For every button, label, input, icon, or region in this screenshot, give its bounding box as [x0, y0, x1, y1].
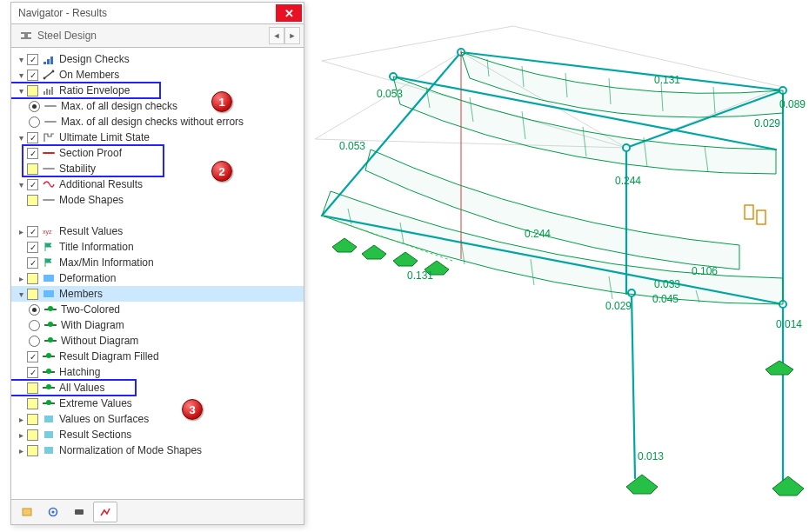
- tree-item-extreme-values[interactable]: ▸ Extreme Values: [11, 396, 304, 411]
- tree-item-maxmin[interactable]: ▸ ✓ Max/Min Information: [11, 255, 304, 270]
- checkbox[interactable]: ✓: [27, 54, 38, 65]
- tab-project-button[interactable]: [15, 502, 39, 522]
- flag-icon: [42, 241, 56, 253]
- tree-item-two-colored[interactable]: ▸ Two-Colored: [11, 302, 304, 317]
- tree-item-hatching[interactable]: ▸ ✓ Hatching: [11, 364, 304, 380]
- tree-item-uls[interactable]: ▾ ✓ Ultimate Limit State: [11, 130, 304, 145]
- tree-label: Result Values: [59, 225, 128, 237]
- svg-text:xyz: xyz: [43, 229, 52, 236]
- tree-item-title-info[interactable]: ▸ ✓ Title Information: [11, 239, 304, 255]
- section-icon: [42, 429, 56, 441]
- dropdown-label: Steel Design: [37, 30, 97, 42]
- checkbox[interactable]: ✓: [27, 179, 38, 190]
- design-type-dropdown[interactable]: Steel Design: [15, 30, 269, 42]
- tree-label: Extreme Values: [59, 397, 137, 409]
- tree-label: Mode Shapes: [59, 194, 129, 206]
- caret-right-icon[interactable]: ▸: [15, 274, 27, 283]
- model-value: 0.014: [776, 318, 802, 330]
- tab-views-button[interactable]: [67, 502, 91, 522]
- checkbox[interactable]: ✓: [27, 70, 38, 81]
- tab-display-button[interactable]: [41, 502, 65, 522]
- svg-rect-35: [49, 90, 50, 95]
- checkbox[interactable]: ✓: [27, 242, 38, 253]
- checkbox[interactable]: ✓: [27, 148, 38, 159]
- tree-label: Max. of all design checks: [61, 100, 183, 112]
- svg-rect-46: [75, 509, 84, 515]
- radio[interactable]: [29, 101, 40, 112]
- tree-item-deformation[interactable]: ▸ Deformation: [11, 270, 304, 286]
- caret-down-icon[interactable]: ▾: [15, 289, 27, 299]
- close-button[interactable]: ✕: [276, 4, 302, 22]
- radio[interactable]: [29, 304, 40, 316]
- radio[interactable]: [29, 336, 40, 347]
- toolbar: Steel Design ◄ ►: [11, 24, 304, 48]
- model-value: 0.013: [638, 450, 664, 462]
- checkbox[interactable]: [27, 429, 38, 441]
- checkbox[interactable]: ✓: [27, 132, 38, 143]
- checkbox[interactable]: [27, 195, 38, 206]
- tree[interactable]: ▾ ✓ Design Checks ▾ ✓ On Members: [11, 48, 304, 499]
- radio[interactable]: [29, 320, 40, 331]
- tree-item-section-proof[interactable]: ▾ ✓ Section Proof: [11, 145, 304, 161]
- tree-item-normalization[interactable]: ▸ Normalization of Mode Shapes: [11, 442, 304, 458]
- caret-down-icon[interactable]: ▾: [15, 86, 27, 96]
- checkbox[interactable]: [27, 398, 38, 409]
- tree-item-ratio-envelope[interactable]: ▾ Ratio Envelope: [11, 83, 304, 98]
- tree-label: Result Sections: [59, 429, 137, 441]
- tree-item-stability[interactable]: ▾ Stability: [11, 161, 304, 176]
- tree-item-mode-shapes[interactable]: ▾ Mode Shapes: [11, 192, 304, 208]
- tree-item-additional-results[interactable]: ▾ ✓ Additional Results: [11, 176, 304, 192]
- caret-right-icon[interactable]: ▸: [15, 430, 27, 440]
- tree-item-max-all[interactable]: ▾ Max. of all design checks: [11, 98, 304, 114]
- tree-item-result-values[interactable]: ▸ ✓ xyz Result Values: [11, 223, 304, 239]
- checkbox[interactable]: [27, 445, 38, 456]
- caret-down-icon[interactable]: ▾: [15, 133, 27, 143]
- checkbox[interactable]: [27, 273, 38, 284]
- checkbox[interactable]: ✓: [27, 351, 38, 362]
- checkbox[interactable]: [27, 85, 38, 96]
- tree-item-on-members[interactable]: ▾ ✓ On Members: [11, 67, 304, 83]
- mode-icon: [42, 444, 56, 456]
- caret-right-icon[interactable]: ▸: [15, 415, 27, 424]
- steel-beam-icon: [20, 30, 32, 42]
- svg-rect-33: [43, 91, 45, 95]
- line-icon: [43, 116, 57, 128]
- checkbox[interactable]: [27, 382, 38, 394]
- caret-right-icon[interactable]: ▸: [15, 227, 27, 236]
- tree-item-all-values[interactable]: ▸ All Values: [11, 380, 304, 396]
- tree-label: Additional Results: [59, 178, 148, 190]
- spinner-next-button[interactable]: ►: [284, 27, 300, 44]
- results-icon: [42, 178, 56, 190]
- caret-down-icon[interactable]: ▾: [15, 70, 27, 80]
- point-icon: [43, 319, 57, 331]
- checkbox[interactable]: [27, 163, 38, 175]
- checkbox[interactable]: ✓: [27, 367, 38, 378]
- checkbox[interactable]: [27, 414, 38, 425]
- tree-item-with-diagram[interactable]: ▸ With Diagram: [11, 317, 304, 333]
- tree-label: Title Information: [59, 241, 139, 253]
- checkbox[interactable]: [27, 289, 38, 300]
- tree-item-result-sections[interactable]: ▸ Result Sections: [11, 427, 304, 442]
- tree-item-design-checks[interactable]: ▾ ✓ Design Checks: [11, 51, 304, 67]
- tree-item-members[interactable]: ▾ Members: [11, 286, 304, 302]
- tree-item-values-on-surfaces[interactable]: ▸ Values on Surfaces: [11, 411, 304, 427]
- envelope-icon: [42, 84, 56, 96]
- tree-item-without-diagram[interactable]: ▸ Without Diagram: [11, 333, 304, 349]
- spinner-prev-button[interactable]: ◄: [269, 27, 284, 44]
- svg-point-32: [52, 70, 55, 73]
- svg-rect-29: [47, 59, 50, 64]
- svg-rect-34: [46, 89, 48, 95]
- line-icon: [42, 163, 56, 175]
- caret-right-icon[interactable]: ▸: [15, 446, 27, 456]
- checkbox[interactable]: ✓: [27, 226, 38, 237]
- close-icon: ✕: [284, 8, 294, 19]
- titlebar[interactable]: Navigator - Results ✕: [11, 3, 304, 24]
- svg-rect-42: [44, 447, 53, 454]
- caret-down-icon[interactable]: ▾: [15, 180, 27, 190]
- tree-item-result-diagram-filled[interactable]: ▸ ✓ Result Diagram Filled: [11, 349, 304, 364]
- radio[interactable]: [29, 116, 40, 128]
- caret-down-icon[interactable]: ▾: [15, 55, 27, 64]
- checkbox[interactable]: ✓: [27, 257, 38, 269]
- tree-item-max-all-no-errors[interactable]: ▾ Max. of all design checks without erro…: [11, 114, 304, 130]
- tab-results-button[interactable]: [93, 502, 117, 522]
